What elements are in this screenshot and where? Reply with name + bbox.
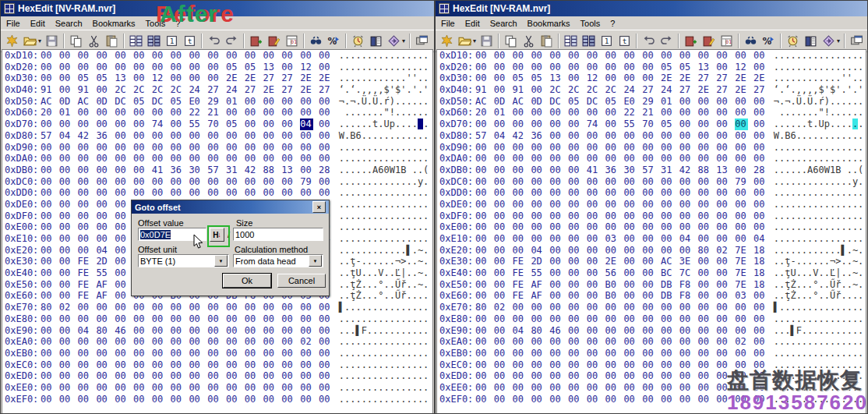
hex-byte[interactable]: 00 bbox=[568, 119, 587, 130]
hex-byte[interactable]: 00 bbox=[661, 187, 679, 199]
hex-byte[interactable]: 00 bbox=[661, 336, 679, 348]
hex-byte[interactable]: 00 bbox=[226, 325, 245, 337]
hex-byte[interactable]: 00 bbox=[587, 382, 605, 394]
hex-byte[interactable]: 00 bbox=[189, 50, 207, 62]
ascii-text[interactable]: ...▌F........... bbox=[339, 325, 429, 337]
hex-byte[interactable]: 00 bbox=[207, 394, 226, 405]
hex-byte[interactable]: 00 bbox=[226, 302, 245, 313]
hex-byte[interactable]: 00 bbox=[494, 187, 513, 199]
hex-byte[interactable]: 00 bbox=[679, 176, 698, 188]
hex-byte[interactable]: 00 bbox=[41, 165, 59, 176]
hex-byte[interactable]: 00 bbox=[263, 370, 282, 382]
hex-byte[interactable]: DC bbox=[549, 96, 568, 108]
toolbar-new-button[interactable] bbox=[438, 32, 456, 50]
hex-byte[interactable]: 74 bbox=[152, 119, 171, 130]
hex-byte[interactable]: 00 bbox=[531, 211, 549, 222]
hex-byte[interactable]: 00 bbox=[300, 165, 319, 176]
hex-byte[interactable]: 00 bbox=[698, 256, 717, 267]
hex-byte[interactable]: 00 bbox=[133, 359, 152, 371]
hex-byte[interactable]: 00 bbox=[679, 221, 698, 233]
hex-byte[interactable]: AF bbox=[96, 279, 115, 291]
hex-byte[interactable]: 00 bbox=[171, 370, 189, 382]
toolbar-open-button[interactable] bbox=[456, 32, 474, 50]
hex-byte[interactable]: 00 bbox=[698, 302, 717, 313]
hex-byte[interactable]: 00 bbox=[133, 348, 152, 359]
hex-byte[interactable]: 00 bbox=[319, 50, 337, 62]
hex-byte[interactable]: 00 bbox=[549, 290, 568, 302]
hex-byte[interactable]: 00 bbox=[531, 382, 549, 394]
hex-byte[interactable]: 00 bbox=[698, 96, 717, 108]
hex-byte[interactable]: 00 bbox=[661, 382, 679, 394]
hex-byte[interactable]: 00 bbox=[171, 336, 189, 348]
hex-byte[interactable]: 00 bbox=[549, 245, 568, 257]
hex-byte[interactable]: 00 bbox=[568, 233, 587, 245]
hex-byte[interactable]: 00 bbox=[300, 142, 319, 154]
hex-byte[interactable]: 00 bbox=[698, 233, 717, 245]
hex-byte[interactable]: 00 bbox=[698, 313, 717, 325]
close-icon[interactable]: × bbox=[312, 201, 326, 213]
hex-byte[interactable]: 00 bbox=[96, 84, 115, 96]
hex-byte[interactable]: 00 bbox=[319, 142, 337, 154]
hex-byte[interactable]: 00 bbox=[513, 370, 531, 382]
ascii-text[interactable]: ▌............... bbox=[339, 302, 429, 313]
hex-byte[interactable]: 00 bbox=[59, 359, 78, 371]
hex-byte[interactable]: 00 bbox=[59, 348, 78, 359]
hex-byte[interactable]: 00 bbox=[642, 142, 661, 154]
hex-byte[interactable]: 00 bbox=[679, 359, 698, 371]
hex-byte[interactable]: 00 bbox=[605, 142, 624, 154]
hex-byte[interactable]: 00 bbox=[226, 382, 245, 394]
hex-byte[interactable]: 00 bbox=[96, 199, 115, 211]
hex-byte[interactable]: 00 bbox=[716, 50, 735, 62]
hex-byte[interactable]: 00 bbox=[78, 233, 97, 245]
ascii-text[interactable]: ................ bbox=[774, 187, 864, 199]
hex-byte[interactable]: 00 bbox=[152, 62, 171, 73]
hex-byte[interactable]: 00 bbox=[531, 302, 549, 313]
chevron-down-icon[interactable]: ▼ bbox=[214, 255, 228, 267]
hex-byte[interactable]: 00 bbox=[207, 142, 226, 154]
hex-byte[interactable]: 00 bbox=[226, 359, 245, 371]
hex-byte[interactable]: 00 bbox=[133, 119, 152, 130]
hex-byte[interactable]: 03 bbox=[605, 233, 624, 245]
hex-byte[interactable]: 00 bbox=[207, 73, 226, 84]
toolbar-redo-button[interactable] bbox=[223, 32, 241, 50]
hex-byte[interactable]: 00 bbox=[78, 359, 97, 371]
hex-byte[interactable]: 00 bbox=[587, 153, 605, 165]
hex-byte[interactable]: 12 bbox=[152, 73, 171, 84]
ascii-text[interactable]: ................ bbox=[774, 313, 864, 325]
hex-byte[interactable]: 05 bbox=[245, 62, 263, 73]
hex-byte[interactable]: 00 bbox=[96, 211, 115, 222]
hex-byte[interactable]: 00 bbox=[605, 62, 624, 73]
hex-byte[interactable]: 00 bbox=[319, 107, 337, 119]
hex-byte[interactable]: 2E bbox=[679, 73, 698, 84]
hex-byte[interactable]: 00 bbox=[78, 382, 97, 394]
hex-byte[interactable]: 00 bbox=[59, 119, 78, 130]
hex-byte[interactable]: 00 bbox=[661, 359, 679, 371]
hex-byte[interactable]: 00 bbox=[152, 359, 171, 371]
hex-byte[interactable]: 00 bbox=[531, 370, 549, 382]
hex-byte[interactable]: 00 bbox=[494, 359, 513, 371]
hex-byte[interactable]: 00 bbox=[59, 211, 78, 222]
hex-byte[interactable]: 00 bbox=[623, 336, 642, 348]
hex-byte[interactable]: 88 bbox=[263, 165, 282, 176]
hex-byte[interactable]: 00 bbox=[475, 165, 494, 176]
hex-byte[interactable]: 00 bbox=[661, 233, 679, 245]
hex-byte[interactable]: 00 bbox=[494, 370, 513, 382]
hex-byte[interactable]: FE bbox=[513, 256, 531, 267]
hex-byte[interactable]: 00 bbox=[587, 370, 605, 382]
hex-byte[interactable]: 00 bbox=[513, 394, 531, 405]
hex-byte[interactable]: 00 bbox=[207, 382, 226, 394]
hex-byte[interactable]: 00 bbox=[226, 313, 245, 325]
hex-byte[interactable]: 00 bbox=[698, 50, 717, 62]
hex-byte[interactable]: 91 bbox=[513, 84, 531, 96]
hex-byte[interactable]: 00 bbox=[698, 211, 717, 222]
hex-byte[interactable]: 00 bbox=[207, 359, 226, 371]
hex-byte[interactable]: 00 bbox=[281, 382, 300, 394]
hex-byte[interactable]: 00 bbox=[623, 370, 642, 382]
hex-byte[interactable]: 00 bbox=[115, 359, 133, 371]
hex-byte[interactable]: 00 bbox=[96, 336, 115, 348]
chevron-down-icon[interactable]: ▼ bbox=[309, 255, 322, 267]
hex-byte[interactable]: 00 bbox=[263, 187, 282, 199]
hex-byte[interactable]: 00 bbox=[679, 119, 698, 130]
hex-byte[interactable]: 13 bbox=[698, 62, 717, 73]
hex-byte[interactable]: 00 bbox=[319, 313, 337, 325]
